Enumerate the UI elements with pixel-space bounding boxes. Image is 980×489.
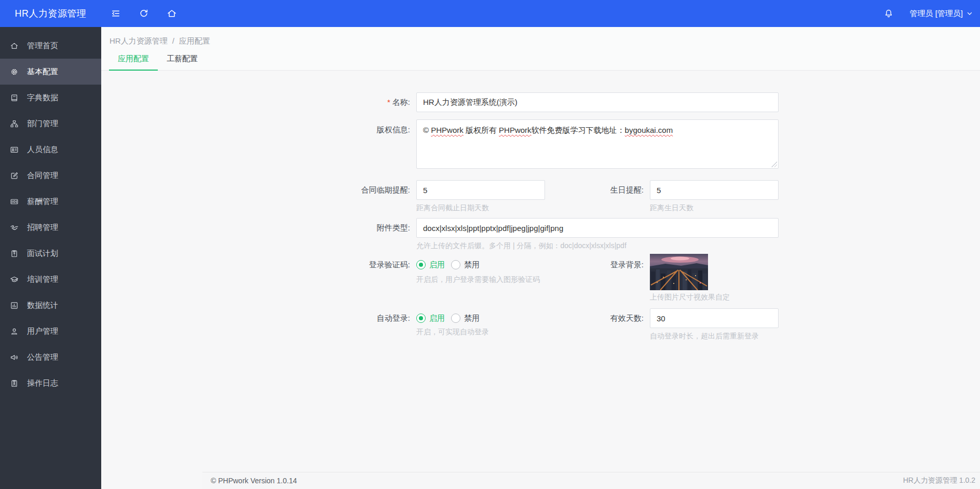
speaker-icon xyxy=(10,353,19,362)
sidebar-item-interview-plan[interactable]: 面试计划 xyxy=(0,240,101,266)
id-card-icon xyxy=(10,145,19,154)
valid-days-label: 有效天数: xyxy=(545,308,650,328)
sidebar-item-label: 数据统计 xyxy=(27,301,58,310)
sidebar-item-operation-logs[interactable]: 操作日志 xyxy=(0,370,101,396)
attachment-type-hint: 允许上传的文件后缀。多个用 | 分隔，例如：doc|docx|xlsx|xls|… xyxy=(416,241,779,250)
handshake-icon xyxy=(10,223,19,232)
auto-login-label: 自动登录: xyxy=(101,308,416,324)
sidebar-item-label: 招聘管理 xyxy=(27,223,58,233)
sidebar-item-training[interactable]: 培训管理 xyxy=(0,266,101,292)
sidebar-item-label: 合同管理 xyxy=(27,171,58,181)
contract-reminder-hint: 距离合同截止日期天数 xyxy=(416,203,545,212)
radio-label: 禁用 xyxy=(464,260,480,270)
sidebar-item-dictionary[interactable]: 字典数据 xyxy=(0,85,101,111)
contract-reminder-input[interactable] xyxy=(416,180,545,200)
sidebar-item-label: 用户管理 xyxy=(27,327,58,336)
sidebar-item-contracts[interactable]: 合同管理 xyxy=(0,162,101,188)
copyright-text-segment: © xyxy=(423,126,431,134)
breadcrumb-root[interactable]: HR人力资源管理 xyxy=(110,36,168,46)
sidebar-item-label: 基本配置 xyxy=(27,67,58,77)
sidebar-item-label: 人员信息 xyxy=(27,145,58,155)
contract-pen-icon xyxy=(10,171,19,180)
required-asterisk: * xyxy=(387,98,390,106)
tab-salary-config[interactable]: 工薪配置 xyxy=(158,54,207,71)
refresh-icon[interactable] xyxy=(139,8,149,19)
graduation-cap-icon xyxy=(10,275,19,284)
home-icon[interactable] xyxy=(167,8,177,19)
tab-bar: 应用配置 工薪配置 xyxy=(109,54,207,71)
login-captcha-radio-group: 启用 禁用 xyxy=(416,259,545,270)
sidebar-item-label: 薪酬管理 xyxy=(27,197,58,207)
sidebar-item-dashboard[interactable]: 管理首页 xyxy=(0,33,101,59)
sitemap-icon xyxy=(10,119,19,128)
login-captcha-label: 登录验证码: xyxy=(101,254,416,270)
sidebar-item-recruitment[interactable]: 招聘管理 xyxy=(0,214,101,240)
attachment-type-input[interactable] xyxy=(416,218,779,238)
sidebar-item-personnel[interactable]: 人员信息 xyxy=(0,137,101,162)
captcha-enable-radio[interactable]: 启用 xyxy=(416,260,445,270)
interview-clipboard-icon xyxy=(10,249,19,258)
user-icon xyxy=(10,327,19,336)
form-row-name: *名称: xyxy=(101,92,980,112)
menu-fold-icon[interactable] xyxy=(111,8,121,19)
radio-circle xyxy=(416,260,426,269)
auto-login-hint: 开启，可实现自动登录 xyxy=(416,327,545,336)
sidebar-item-users[interactable]: 用户管理 xyxy=(0,318,101,344)
auto-login-enable-radio[interactable]: 启用 xyxy=(416,314,445,323)
breadcrumb-separator: / xyxy=(172,36,174,46)
copyright-textarea[interactable]: © PHPwork 版权所有 PHPwork软件免费版学习下载地址：bygouk… xyxy=(416,119,779,169)
gear-icon xyxy=(10,67,19,76)
user-menu[interactable]: 管理员 [管理员] xyxy=(909,9,973,19)
tab-app-config[interactable]: 应用配置 xyxy=(109,54,158,71)
copyright-text-segment: bygoukai.com xyxy=(625,126,673,134)
contract-reminder-label: 合同临期提醒: xyxy=(101,180,416,200)
copyright-text-segment: 软件免费版学习下载地址： xyxy=(532,126,625,134)
sidebar-item-label: 公告管理 xyxy=(27,352,58,362)
valid-days-hint: 自动登录时长，超出后需重新登录 xyxy=(650,331,779,341)
radio-circle xyxy=(451,314,460,323)
app-config-form: *名称: 版权信息: © PHPwork 版权所有 PHPwork软件免费版学习… xyxy=(101,71,980,341)
attachment-type-label: 附件类型: xyxy=(101,218,416,238)
sidebar-item-announcements[interactable]: 公告管理 xyxy=(0,344,101,370)
sidebar-item-statistics[interactable]: 数据统计 xyxy=(0,292,101,318)
radio-label: 启用 xyxy=(429,314,445,323)
textarea-resize-handle[interactable] xyxy=(771,161,777,167)
valid-days-input[interactable] xyxy=(650,308,779,328)
copyright-text-segment: PHPwork xyxy=(431,126,464,134)
sidebar-item-label: 字典数据 xyxy=(27,93,58,103)
copyright-label: 版权信息: xyxy=(101,119,416,135)
chevron-down-icon xyxy=(967,10,973,17)
sidebar-item-label: 面试计划 xyxy=(27,249,58,259)
radio-circle xyxy=(416,314,426,323)
sidebar-item-departments[interactable]: 部门管理 xyxy=(0,111,101,137)
breadcrumb-current: 应用配置 xyxy=(179,36,210,46)
birthday-reminder-input[interactable] xyxy=(650,180,779,200)
radio-circle xyxy=(451,260,460,269)
auto-login-radio-group: 启用 禁用 xyxy=(416,313,545,324)
sidebar-item-label: 管理首页 xyxy=(27,41,58,51)
user-name: 管理员 [管理员] xyxy=(909,9,963,19)
footer-version: © PHPwork Version 1.0.14 xyxy=(211,477,297,485)
sidebar-item-salary[interactable]: 薪酬管理 xyxy=(0,188,101,214)
form-row-copyright: 版权信息: © PHPwork 版权所有 PHPwork软件免费版学习下载地址：… xyxy=(101,119,980,169)
login-background-label: 登录背景: xyxy=(545,254,650,270)
form-row-reminders: 合同临期提醒: 距离合同截止日期天数 生日提醒: 距离生日天数 xyxy=(101,180,980,212)
auto-login-disable-radio[interactable]: 禁用 xyxy=(451,314,480,323)
main-area: HR人力资源管理 / 应用配置 应用配置 工薪配置 *名称: 版权信息: xyxy=(101,27,980,489)
captcha-disable-radio[interactable]: 禁用 xyxy=(451,260,480,270)
login-captcha-hint: 开启后，用户登录需要输入图形验证码 xyxy=(416,275,545,284)
topbar-actions xyxy=(101,8,177,19)
login-background-image[interactable] xyxy=(650,254,708,290)
page-footer: © PHPwork Version 1.0.14 HR人力资源管理 1.0.2 xyxy=(202,472,980,489)
sidebar-item-basic-config[interactable]: 基本配置 xyxy=(0,59,101,85)
name-label: *名称: xyxy=(101,92,416,112)
brand-title: HR人力资源管理 xyxy=(0,7,101,20)
form-row-attachment: 附件类型: 允许上传的文件后缀。多个用 | 分隔，例如：doc|docx|xls… xyxy=(101,218,980,250)
sidebar: 管理首页 基本配置 字典数据 部门管理 人员信息 合同管理 薪酬管理 招聘管理 … xyxy=(0,27,101,489)
radio-label: 启用 xyxy=(429,260,445,270)
notification-bell-icon[interactable] xyxy=(883,8,894,19)
name-input[interactable] xyxy=(416,92,779,112)
home-icon xyxy=(10,42,19,50)
sidebar-item-label: 培训管理 xyxy=(27,275,58,284)
salary-cash-icon xyxy=(10,197,19,206)
